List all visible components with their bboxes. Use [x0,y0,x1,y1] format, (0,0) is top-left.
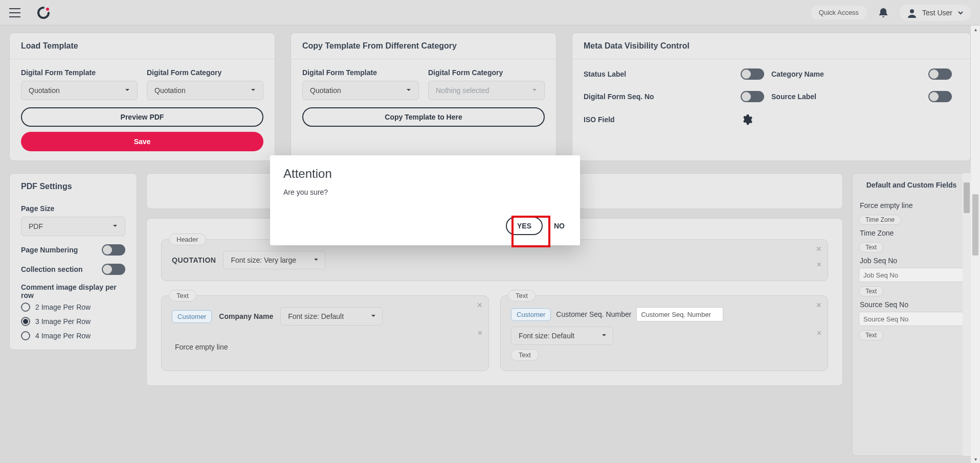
collection-section-toggle[interactable] [102,264,125,275]
close-icon[interactable]: × [816,300,821,311]
text-tag: Text [511,349,539,361]
close-icon[interactable]: × [477,300,482,311]
svg-point-0 [46,8,49,11]
load-template-template-label: Digital Form Template [21,68,138,77]
customer-chip[interactable]: Customer [172,310,212,323]
user-menu[interactable]: Test User [900,5,971,21]
notifications-icon[interactable] [878,7,888,18]
font-value: Font size: Default [288,312,344,320]
copy-template-button[interactable]: Copy Template to Here [302,107,545,127]
caret-icon [314,257,319,262]
radio-4-per-row[interactable]: 4 Image Per Row [21,331,125,340]
meta-data-title: Meta Data Visibility Control [572,33,970,59]
meta-seq-toggle[interactable] [741,91,764,102]
meta-category-toggle[interactable] [928,68,952,80]
load-template-category-label: Digital Form Category [147,68,263,77]
svg-point-1 [910,9,914,13]
load-template-template-value: Quotation [29,86,60,95]
preview-pdf-button[interactable]: Preview PDF [21,107,263,127]
meta-source-label: Source Label [771,92,928,101]
header-block[interactable]: Header × × QUOTATION Font size: Very lar… [161,239,828,281]
field-force-empty[interactable]: Force empty line [859,197,964,211]
font-value: Font size: Default [519,332,574,340]
meta-source-toggle[interactable] [928,91,952,102]
chevron-down-icon [957,10,964,16]
load-template-category-select[interactable]: Quotation [147,81,263,100]
attention-modal: Attention Are you sure? YES NO [270,155,580,245]
company-font-select[interactable]: Font size: Default [280,307,383,326]
radio-label: 2 Image Per Row [35,303,91,311]
meta-data-card: Meta Data Visibility Control Status Labe… [572,33,971,161]
page-scrollbar[interactable]: ▴ ▾ [971,26,980,463]
field-job-seq-input[interactable] [859,268,964,282]
page-size-select[interactable]: PDF [21,217,125,236]
radio-3-per-row[interactable]: 3 Image Per Row [21,317,125,326]
close-icon[interactable]: × [817,329,821,338]
caret-icon [532,87,537,92]
caret-icon [371,313,376,318]
scroll-up-icon[interactable]: ▴ [971,27,980,32]
page-numbering-label: Page Numbering [21,246,78,254]
close-icon[interactable]: × [817,260,821,269]
save-button[interactable]: Save [21,132,263,151]
customer-seq-label: Customer Seq. Number [556,310,631,318]
top-cards-row: Load Template Digital Form Template Quot… [9,33,971,161]
text-tag: Text [508,290,536,302]
field-source-seq-input[interactable] [859,312,964,326]
force-empty-line[interactable]: Force empty line [172,343,478,351]
field-timezone[interactable]: Time Zone [859,225,964,238]
text-tag: Text [169,290,196,302]
meta-status-toggle[interactable] [741,68,764,80]
quick-access-button[interactable]: Quick Access [811,6,867,19]
page-size-label: Page Size [21,204,125,213]
copy-template-category-select[interactable]: Nothing selected [428,81,545,100]
meta-seq-no: Digital Form Seq. No [584,92,741,101]
meta-category-name: Category Name [771,70,928,78]
user-name: Test User [922,9,952,17]
header-font-select[interactable]: Font size: Very large [223,251,325,269]
field-source-seq[interactable]: Source Seq No [859,296,964,310]
radio-2-per-row[interactable]: 2 Image Per Row [21,303,125,312]
load-template-template-select[interactable]: Quotation [21,81,138,100]
topbar: Quick Access Test User [0,0,980,26]
caret-icon [406,87,411,92]
close-icon[interactable]: × [478,329,482,338]
modal-title: Attention [283,167,567,181]
copy-template-template-select[interactable]: Quotation [302,81,419,100]
avatar-icon [907,8,917,18]
app-logo[interactable] [37,6,50,19]
scroll-down-icon[interactable]: ▾ [971,456,980,462]
page-numbering-toggle[interactable] [102,244,125,256]
fields-panel: Default and Custom Fields Force empty li… [852,173,971,456]
text-tag: Text [859,330,883,340]
gear-icon[interactable] [741,113,771,126]
text-block-company[interactable]: Text × × Customer Company Name Font size… [161,295,489,371]
company-name-label: Company Name [219,312,273,320]
quotation-title: QUOTATION [172,256,216,264]
field-job-seq[interactable]: Job Seq No [859,252,964,266]
text-block-customer-seq[interactable]: Text × × Customer Customer Seq. Number F… [500,295,828,371]
modal-yes-button[interactable]: YES [506,217,543,235]
fields-scrollbar[interactable] [963,173,971,456]
radio-label: 4 Image Per Row [35,332,91,340]
close-icon[interactable]: × [816,244,821,254]
meta-status-label: Status Label [584,70,741,78]
header-font-value: Font size: Very large [231,256,296,264]
comment-heading: Comment image display per row [21,283,125,299]
caret-icon [602,333,607,338]
header-tag: Header [169,234,206,245]
modal-no-button[interactable]: NO [552,218,567,234]
menu-icon[interactable] [9,8,20,17]
copy-template-card: Copy Template From Different Category Di… [291,33,556,161]
customer-seq-input[interactable] [636,307,723,321]
copy-template-category-value: Nothing selected [436,86,489,95]
caret-icon [125,87,130,92]
load-template-category-value: Quotation [154,86,186,95]
text-tag: Text [859,242,883,252]
customer-chip[interactable]: Customer [511,308,551,321]
timezone-tag: Time Zone [859,215,901,225]
fields-panel-title: Default and Custom Fields [859,181,964,189]
page-size-value: PDF [29,222,43,230]
load-template-card: Load Template Digital Form Template Quot… [9,33,275,161]
seq-font-select[interactable]: Font size: Default [511,327,613,345]
